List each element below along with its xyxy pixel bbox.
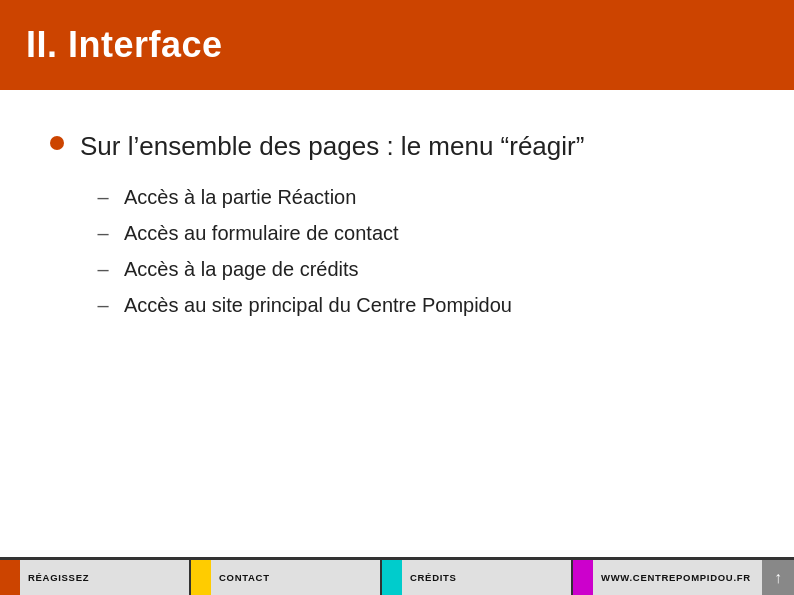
- sub-text-1: Accès à la partie Réaction: [124, 182, 356, 212]
- sub-item-1: – Accès à la partie Réaction: [96, 182, 744, 212]
- footer-swatch-3: [382, 560, 402, 595]
- sub-item-4: – Accès au site principal du Centre Pomp…: [96, 290, 744, 320]
- footer-nav-item-3[interactable]: CRÉDITS: [382, 560, 573, 595]
- footer-nav-item-4[interactable]: WWW.CENTREPOMPIDOU.FR: [573, 560, 762, 595]
- footer-label-2: CONTACT: [211, 560, 380, 595]
- footer-nav: RÉAGISSEZ CONTACT CRÉDITS WWW.CENTREPOMP…: [0, 557, 794, 595]
- footer-label-1: RÉAGISSEZ: [20, 560, 189, 595]
- sub-item-3: – Accès à la page de crédits: [96, 254, 744, 284]
- sub-text-2: Accès au formulaire de contact: [124, 218, 399, 248]
- main-content: Sur l’ensemble des pages : le menu “réag…: [0, 90, 794, 557]
- sub-items-list: – Accès à la partie Réaction – Accès au …: [96, 182, 744, 320]
- footer-label-4: WWW.CENTREPOMPIDOU.FR: [593, 560, 762, 595]
- main-bullet-text: Sur l’ensemble des pages : le menu “réag…: [80, 130, 584, 164]
- footer-nav-item-1[interactable]: RÉAGISSEZ: [0, 560, 191, 595]
- footer-label-3: CRÉDITS: [402, 560, 571, 595]
- sub-dash-1: –: [96, 182, 110, 212]
- footer-swatch-1: [0, 560, 20, 595]
- footer-swatch-2: [191, 560, 211, 595]
- page-title: II. Interface: [26, 24, 223, 66]
- sub-dash-4: –: [96, 290, 110, 320]
- sub-text-3: Accès à la page de crédits: [124, 254, 359, 284]
- header: II. Interface: [0, 0, 794, 90]
- footer-swatch-4: [573, 560, 593, 595]
- footer-up-arrow[interactable]: ↑: [762, 560, 794, 595]
- sub-dash-3: –: [96, 254, 110, 284]
- sub-text-4: Accès au site principal du Centre Pompid…: [124, 290, 512, 320]
- bullet-dot: [50, 136, 64, 150]
- page: II. Interface Sur l’ensemble des pages :…: [0, 0, 794, 595]
- main-bullet-item: Sur l’ensemble des pages : le menu “réag…: [50, 130, 744, 164]
- footer-nav-item-2[interactable]: CONTACT: [191, 560, 382, 595]
- sub-dash-2: –: [96, 218, 110, 248]
- sub-item-2: – Accès au formulaire de contact: [96, 218, 744, 248]
